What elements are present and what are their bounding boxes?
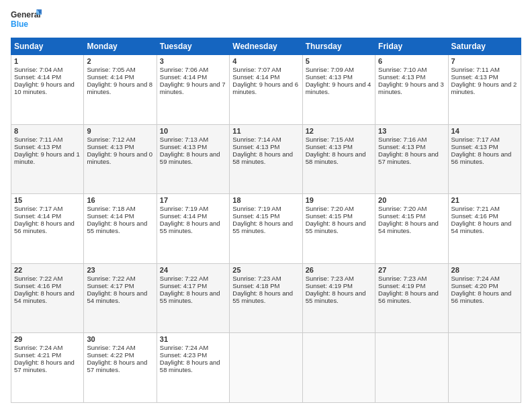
daylight-label: Daylight: 9 hours and 4 minutes. xyxy=(306,81,371,95)
sunrise-label: Sunrise: 7:24 AM xyxy=(451,275,500,282)
day-number: 17 xyxy=(160,196,226,204)
calendar-day-header: Friday xyxy=(375,38,448,55)
daylight-label: Daylight: 8 hours and 58 minutes. xyxy=(306,150,366,165)
calendar-header-row: SundayMondayTuesdayWednesdayThursdayFrid… xyxy=(11,38,521,55)
sunset-label: Sunset: 4:22 PM xyxy=(87,351,134,359)
sunrise-label: Sunrise: 7:05 AM xyxy=(87,66,135,73)
sunrise-label: Sunrise: 7:06 AM xyxy=(160,66,208,73)
calendar-day-header: Tuesday xyxy=(157,38,229,55)
calendar-cell: 21 Sunrise: 7:21 AM Sunset: 4:16 PM Dayl… xyxy=(448,194,521,264)
day-number: 5 xyxy=(306,57,372,65)
calendar-cell xyxy=(302,333,375,403)
day-number: 16 xyxy=(87,196,153,204)
sunset-label: Sunset: 4:13 PM xyxy=(160,143,207,150)
sunrise-label: Sunrise: 7:10 AM xyxy=(378,66,427,73)
sunrise-label: Sunrise: 7:13 AM xyxy=(160,136,208,143)
calendar-day-header: Wednesday xyxy=(230,38,302,55)
sunset-label: Sunset: 4:23 PM xyxy=(160,351,207,359)
calendar-cell: 29 Sunrise: 7:24 AM Sunset: 4:21 PM Dayl… xyxy=(11,333,84,403)
calendar-table: SundayMondayTuesdayWednesdayThursdayFrid… xyxy=(11,38,521,403)
sunrise-label: Sunrise: 7:04 AM xyxy=(14,66,62,73)
day-number: 26 xyxy=(306,266,372,274)
calendar-cell: 20 Sunrise: 7:20 AM Sunset: 4:15 PM Dayl… xyxy=(375,194,448,264)
daylight-label: Daylight: 9 hours and 2 minutes. xyxy=(451,81,517,95)
calendar-cell xyxy=(230,333,302,403)
calendar-cell xyxy=(448,333,521,403)
daylight-label: Daylight: 8 hours and 54 minutes. xyxy=(451,220,512,234)
calendar-cell: 1 Sunrise: 7:04 AM Sunset: 4:14 PM Dayli… xyxy=(11,55,84,125)
svg-text:Blue: Blue xyxy=(11,19,28,29)
sunrise-label: Sunrise: 7:18 AM xyxy=(87,205,135,212)
sunrise-label: Sunrise: 7:14 AM xyxy=(232,136,281,143)
daylight-label: Daylight: 8 hours and 56 minutes. xyxy=(451,150,512,165)
daylight-label: Daylight: 8 hours and 55 minutes. xyxy=(306,220,366,234)
calendar-cell: 5 Sunrise: 7:09 AM Sunset: 4:13 PM Dayli… xyxy=(302,55,375,125)
day-number: 28 xyxy=(451,266,518,274)
sunrise-label: Sunrise: 7:21 AM xyxy=(451,205,500,212)
day-number: 24 xyxy=(160,266,226,274)
day-number: 1 xyxy=(14,57,81,65)
daylight-label: Daylight: 8 hours and 54 minutes. xyxy=(378,220,439,234)
calendar-cell: 24 Sunrise: 7:22 AM Sunset: 4:17 PM Dayl… xyxy=(157,263,229,333)
calendar-week-row: 15 Sunrise: 7:17 AM Sunset: 4:14 PM Dayl… xyxy=(11,194,521,264)
calendar-cell: 30 Sunrise: 7:24 AM Sunset: 4:22 PM Dayl… xyxy=(84,333,157,403)
calendar-cell: 17 Sunrise: 7:19 AM Sunset: 4:14 PM Dayl… xyxy=(157,194,229,264)
calendar-cell: 23 Sunrise: 7:22 AM Sunset: 4:17 PM Dayl… xyxy=(84,263,157,333)
sunset-label: Sunset: 4:13 PM xyxy=(306,143,353,150)
daylight-label: Daylight: 8 hours and 55 minutes. xyxy=(160,220,220,234)
daylight-label: Daylight: 8 hours and 55 minutes. xyxy=(87,220,147,234)
daylight-label: Daylight: 8 hours and 55 minutes. xyxy=(232,220,293,234)
day-number: 30 xyxy=(87,335,153,343)
sunrise-label: Sunrise: 7:12 AM xyxy=(87,136,135,143)
day-number: 13 xyxy=(378,127,445,135)
calendar-cell: 13 Sunrise: 7:16 AM Sunset: 4:13 PM Dayl… xyxy=(375,124,448,194)
sunrise-label: Sunrise: 7:24 AM xyxy=(87,344,135,351)
daylight-label: Daylight: 9 hours and 0 minutes. xyxy=(87,150,152,165)
daylight-label: Daylight: 8 hours and 56 minutes. xyxy=(451,289,512,304)
sunrise-label: Sunrise: 7:22 AM xyxy=(160,275,208,282)
sunset-label: Sunset: 4:14 PM xyxy=(232,73,279,81)
sunset-label: Sunset: 4:14 PM xyxy=(14,73,61,81)
day-number: 6 xyxy=(378,57,445,65)
daylight-label: Daylight: 8 hours and 54 minutes. xyxy=(14,289,75,304)
sunset-label: Sunset: 4:16 PM xyxy=(14,282,61,289)
calendar-cell: 3 Sunrise: 7:06 AM Sunset: 4:14 PM Dayli… xyxy=(157,55,229,125)
day-number: 11 xyxy=(232,127,299,135)
sunset-label: Sunset: 4:19 PM xyxy=(378,282,425,289)
calendar-week-row: 1 Sunrise: 7:04 AM Sunset: 4:14 PM Dayli… xyxy=(11,55,521,125)
daylight-label: Daylight: 8 hours and 55 minutes. xyxy=(306,289,366,304)
daylight-label: Daylight: 8 hours and 58 minutes. xyxy=(160,359,220,373)
calendar-cell: 15 Sunrise: 7:17 AM Sunset: 4:14 PM Dayl… xyxy=(11,194,84,264)
sunrise-label: Sunrise: 7:23 AM xyxy=(378,275,427,282)
day-number: 4 xyxy=(232,57,299,65)
sunrise-label: Sunrise: 7:19 AM xyxy=(232,205,281,212)
daylight-label: Daylight: 9 hours and 3 minutes. xyxy=(378,81,444,95)
sunset-label: Sunset: 4:20 PM xyxy=(451,282,498,289)
sunrise-label: Sunrise: 7:15 AM xyxy=(306,136,354,143)
sunrise-label: Sunrise: 7:22 AM xyxy=(14,275,62,282)
daylight-label: Daylight: 9 hours and 6 minutes. xyxy=(232,81,298,95)
daylight-label: Daylight: 9 hours and 7 minutes. xyxy=(160,81,226,95)
logo-svg: General Blue xyxy=(11,8,44,34)
daylight-label: Daylight: 8 hours and 55 minutes. xyxy=(232,289,293,304)
sunset-label: Sunset: 4:14 PM xyxy=(160,73,207,81)
sunset-label: Sunset: 4:15 PM xyxy=(378,212,425,220)
sunset-label: Sunset: 4:19 PM xyxy=(306,282,353,289)
calendar-cell: 18 Sunrise: 7:19 AM Sunset: 4:15 PM Dayl… xyxy=(230,194,302,264)
sunset-label: Sunset: 4:15 PM xyxy=(306,212,353,220)
sunset-label: Sunset: 4:21 PM xyxy=(14,351,61,359)
sunset-label: Sunset: 4:13 PM xyxy=(232,143,279,150)
sunrise-label: Sunrise: 7:11 AM xyxy=(14,136,62,143)
day-number: 23 xyxy=(87,266,153,274)
daylight-label: Daylight: 8 hours and 58 minutes. xyxy=(232,150,293,165)
sunset-label: Sunset: 4:17 PM xyxy=(160,282,207,289)
day-number: 18 xyxy=(232,196,299,204)
sunset-label: Sunset: 4:14 PM xyxy=(87,212,134,220)
calendar-day-header: Sunday xyxy=(11,38,84,55)
day-number: 12 xyxy=(306,127,372,135)
logo: General Blue xyxy=(11,8,44,34)
daylight-label: Daylight: 8 hours and 56 minutes. xyxy=(14,220,75,234)
day-number: 10 xyxy=(160,127,226,135)
calendar-cell: 12 Sunrise: 7:15 AM Sunset: 4:13 PM Dayl… xyxy=(302,124,375,194)
sunset-label: Sunset: 4:14 PM xyxy=(160,212,207,220)
